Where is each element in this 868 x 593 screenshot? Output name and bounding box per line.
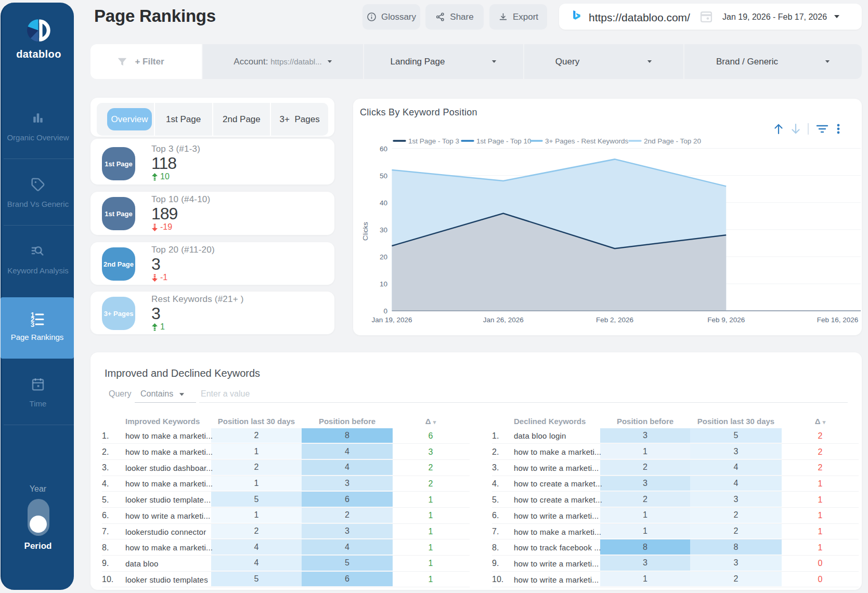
- svg-text:60: 60: [380, 145, 387, 153]
- svg-text:Jan 26, 2026: Jan 26, 2026: [483, 316, 524, 324]
- svg-text:2nd Page - Top 20: 2nd Page - Top 20: [644, 137, 701, 145]
- svg-text:Jan 19, 2026: Jan 19, 2026: [371, 316, 412, 324]
- svg-text:50: 50: [380, 172, 387, 180]
- svg-text:20: 20: [380, 253, 387, 261]
- svg-text:0: 0: [383, 307, 387, 315]
- svg-text:1st Page - Top 10: 1st Page - Top 10: [476, 137, 532, 145]
- svg-text:3+ Pages - Rest Keywords: 3+ Pages - Rest Keywords: [545, 137, 628, 145]
- svg-text:Clicks: Clicks: [361, 222, 369, 241]
- svg-text:40: 40: [380, 199, 387, 207]
- svg-text:1st Page - Top 3: 1st Page - Top 3: [408, 137, 459, 145]
- svg-text:Feb 2, 2026: Feb 2, 2026: [596, 316, 633, 324]
- svg-text:10: 10: [380, 280, 387, 288]
- svg-text:Feb 16, 2026: Feb 16, 2026: [817, 316, 859, 324]
- svg-text:3: 3: [31, 321, 34, 328]
- svg-text:Feb 9, 2026: Feb 9, 2026: [707, 316, 745, 324]
- svg-text:30: 30: [380, 226, 387, 234]
